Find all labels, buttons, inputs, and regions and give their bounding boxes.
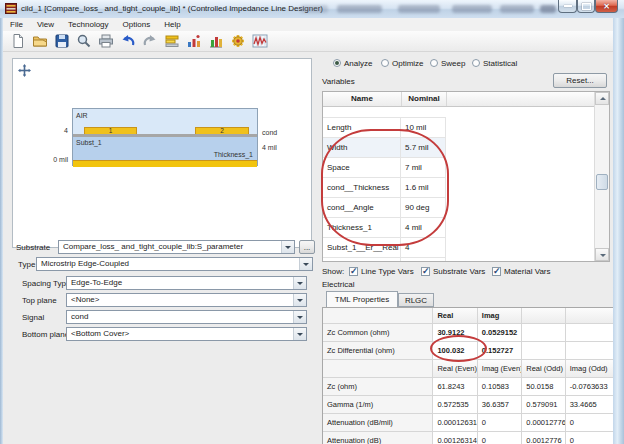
window-title: cild_1 [Compare_loss_ and_tight_couple_l… (21, 0, 323, 18)
thickness-name-label: Thickness_1 (214, 151, 253, 158)
check-icon: ✓ (350, 266, 358, 276)
var-nominal[interactable]: 1.6 mil (401, 178, 446, 197)
tab-tml-properties[interactable]: TML Properties (326, 291, 398, 307)
type-field-label: Type (18, 260, 35, 269)
checkbox-line-type-vars[interactable]: ✓ (349, 267, 358, 276)
var-nominal[interactable]: 0.02 (401, 258, 446, 262)
cell-value: 0 (566, 432, 613, 444)
bottom-plane-select[interactable]: <Bottom Cover> (66, 327, 307, 341)
radio-analyze[interactable] (333, 59, 341, 67)
close-button[interactable]: ✕ (595, 0, 618, 13)
menu-options[interactable]: Options (116, 18, 158, 31)
radio-statistical[interactable] (472, 59, 480, 67)
signal-value: cond (71, 311, 292, 323)
height-4-label: 4 (55, 127, 68, 134)
scrollbar[interactable] (594, 92, 609, 261)
var-nominal[interactable]: 4 (401, 238, 446, 257)
substrate-layers-icon[interactable] (163, 32, 181, 50)
scroll-down-icon[interactable] (595, 248, 609, 261)
cell-value: 0.0012776 (522, 432, 565, 444)
redacted-blur (452, 5, 492, 13)
settings-gear-icon[interactable] (229, 32, 247, 50)
top-plane-select[interactable]: <None> (66, 293, 307, 307)
table-row: Attenuation (dB) 0.00126314 0 0.0012776 … (323, 432, 613, 444)
substrate-select[interactable]: Compare_loss_ and_tight_couple_lib:S_par… (58, 240, 295, 254)
redacted-blur (337, 5, 382, 13)
checkbox-material-vars[interactable]: ✓ (492, 267, 501, 276)
checkbox-material-vars-label: Material Vars (504, 267, 551, 276)
new-document-icon[interactable] (9, 32, 27, 50)
table-row[interactable]: Width 5.7 mil (323, 138, 446, 158)
var-nominal[interactable]: 10 mil (401, 118, 446, 137)
top-plane-label: Top plane (22, 296, 57, 305)
redo-icon[interactable] (141, 32, 159, 50)
minimize-button[interactable] (558, 0, 577, 13)
spacing-type-select[interactable]: Edge-To-Edge (66, 276, 307, 290)
radio-sweep[interactable] (430, 59, 438, 67)
cell-value: -0.0763633 (566, 378, 613, 395)
table-row[interactable]: Subst_1__Er__Real 4 (323, 238, 446, 258)
cell-value: 36.6357 (478, 396, 522, 413)
substrate-field-label: Substrate (16, 243, 50, 252)
close-icon: ✕ (603, 2, 610, 11)
menu-file[interactable]: File (3, 18, 30, 31)
table-row[interactable]: cond__Thickness 1.6 mil (323, 178, 446, 198)
save-icon[interactable] (53, 32, 71, 50)
height-0-label: 0 mil (47, 156, 68, 163)
cell-value: 0 (478, 414, 522, 431)
row-label: Attenuation (dB/mil) (323, 414, 433, 431)
plot-waveform-icon[interactable] (251, 32, 269, 50)
print-icon[interactable] (97, 32, 115, 50)
checkbox-substrate-vars[interactable]: ✓ (421, 267, 430, 276)
table-row[interactable]: Subst_1__Er__TanD 0.02 (323, 258, 446, 262)
table-row: Attenuation (dB/mil) 0.000126314 0 0.000… (323, 414, 613, 432)
row-label: Zc Differential (ohm) (323, 342, 433, 359)
chevron-down-icon (293, 328, 306, 340)
var-name: Width (323, 138, 401, 157)
row-label: Attenuation (dB) (323, 432, 433, 444)
reset-button[interactable]: Reset... (553, 73, 607, 88)
optimize-chart-icon[interactable] (185, 32, 203, 50)
radio-analyze-label: Analyze (344, 59, 372, 68)
var-nominal[interactable]: 4 mil (401, 218, 446, 237)
undo-icon[interactable] (119, 32, 137, 50)
table-row[interactable]: Thickness_1 4 mil (323, 218, 446, 238)
title-bar: cild_1 [Compare_loss_ and_tight_couple_l… (0, 0, 624, 19)
zoom-icon[interactable] (75, 32, 93, 50)
var-nominal[interactable]: 7 mil (401, 158, 446, 177)
chevron-down-icon (293, 277, 306, 289)
var-name: Space (323, 158, 401, 177)
var-nominal[interactable]: 5.7 mil (401, 138, 446, 157)
menu-technology[interactable]: Technology (61, 18, 115, 31)
var-name: Subst_1__Er__Real (323, 238, 401, 257)
statistics-chart-icon[interactable] (207, 32, 225, 50)
menu-help[interactable]: Help (157, 18, 187, 31)
cell-blank (566, 324, 613, 341)
open-folder-icon[interactable] (31, 32, 49, 50)
column-header-imag-odd: Imag (Odd) (566, 360, 613, 377)
bottom-plane-value: <Bottom Cover> (71, 328, 292, 340)
scroll-up-icon[interactable] (595, 92, 609, 105)
column-header-nominal: Nominal (402, 92, 447, 106)
table-row[interactable]: cond__Angle 90 deg (323, 198, 446, 218)
var-name: Thickness_1 (323, 218, 401, 237)
radio-optimize[interactable] (381, 59, 389, 67)
var-nominal[interactable]: 90 deg (401, 198, 446, 217)
spacing-type-value: Edge-To-Edge (71, 277, 292, 289)
substrate-browse-button[interactable]: ... (299, 240, 315, 254)
table-row[interactable]: Length 10 mil (323, 118, 446, 138)
pan-cross-icon[interactable] (18, 64, 31, 77)
signal-label: Signal (22, 313, 44, 322)
menu-view[interactable]: View (30, 18, 61, 31)
substrate-stackup: AIR 1 2 Subst_1 Thickness_1 (72, 108, 258, 166)
table-row[interactable]: Space 7 mil (323, 158, 446, 178)
scrollbar-thumb[interactable] (596, 174, 608, 190)
maximize-icon (582, 3, 591, 10)
cell-value: 0.10583 (478, 378, 522, 395)
signal-select[interactable]: cond (66, 310, 307, 324)
type-select[interactable]: Microstrip Edge-Coupled (36, 257, 313, 271)
substrate-select-value: Compare_loss_ and_tight_couple_lib:S_par… (63, 241, 280, 253)
tab-rlgc[interactable]: RLGC (398, 293, 434, 307)
maximize-button[interactable] (577, 0, 595, 13)
substrate-name-label: Subst_1 (76, 139, 102, 146)
